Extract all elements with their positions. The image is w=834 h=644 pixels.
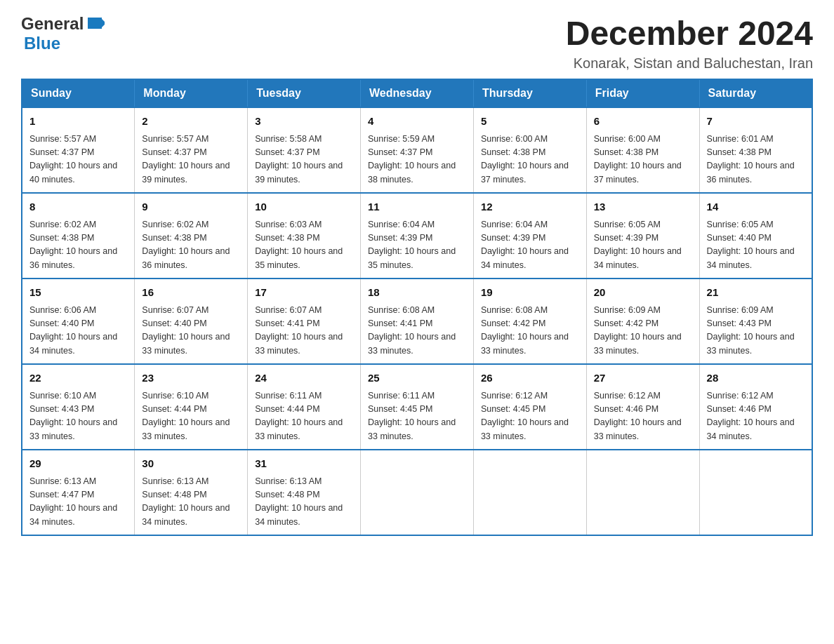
calendar-cell: 3Sunrise: 5:58 AMSunset: 4:37 PMDaylight… [248,107,361,193]
day-info: Sunrise: 6:10 AMSunset: 4:43 PMDaylight:… [29,389,127,444]
day-info: Sunrise: 6:00 AMSunset: 4:38 PMDaylight:… [594,133,692,187]
calendar-cell [361,450,474,535]
day-number: 23 [142,370,240,387]
calendar-cell: 2Sunrise: 5:57 AMSunset: 4:37 PMDaylight… [135,107,248,193]
calendar-cell: 11Sunrise: 6:04 AMSunset: 4:39 PMDayligh… [361,193,474,279]
calendar-week-2: 8Sunrise: 6:02 AMSunset: 4:38 PMDaylight… [22,193,812,279]
day-of-week-tuesday: Tuesday [248,79,361,107]
calendar-cell [473,450,586,535]
day-info: Sunrise: 6:10 AMSunset: 4:44 PMDaylight:… [142,389,240,444]
day-number: 30 [142,456,240,472]
calendar-cell: 20Sunrise: 6:09 AMSunset: 4:42 PMDayligh… [586,279,699,364]
calendar-body: 1Sunrise: 5:57 AMSunset: 4:37 PMDaylight… [22,107,812,535]
header: General Blue December 2024 Konarak, Sist… [21,14,813,72]
calendar-cell: 26Sunrise: 6:12 AMSunset: 4:45 PMDayligh… [473,364,586,450]
day-number: 18 [368,285,466,301]
logo-blue-text: Blue [24,34,60,53]
day-of-week-saturday: Saturday [699,79,812,107]
day-number: 6 [594,114,692,130]
calendar-cell: 10Sunrise: 6:03 AMSunset: 4:38 PMDayligh… [248,193,361,279]
logo-general-text: General [21,14,84,34]
day-info: Sunrise: 6:00 AMSunset: 4:38 PMDaylight:… [481,133,579,187]
day-info: Sunrise: 6:12 AMSunset: 4:45 PMDaylight:… [481,389,579,444]
day-info: Sunrise: 5:59 AMSunset: 4:37 PMDaylight:… [368,133,466,187]
calendar-cell [586,450,699,535]
calendar-cell: 21Sunrise: 6:09 AMSunset: 4:43 PMDayligh… [699,279,812,364]
day-number: 21 [707,285,805,301]
day-of-week-thursday: Thursday [473,79,586,107]
day-number: 25 [368,370,466,387]
calendar-week-1: 1Sunrise: 5:57 AMSunset: 4:37 PMDaylight… [22,107,812,193]
day-number: 14 [707,199,805,215]
day-info: Sunrise: 6:08 AMSunset: 4:41 PMDaylight:… [368,304,466,358]
calendar-table: SundayMondayTuesdayWednesdayThursdayFrid… [21,79,813,536]
days-of-week-row: SundayMondayTuesdayWednesdayThursdayFrid… [22,79,812,107]
day-info: Sunrise: 6:09 AMSunset: 4:43 PMDaylight:… [707,304,805,358]
day-of-week-friday: Friday [586,79,699,107]
day-of-week-monday: Monday [135,79,248,107]
day-info: Sunrise: 6:04 AMSunset: 4:39 PMDaylight:… [481,218,579,273]
calendar-cell: 4Sunrise: 5:59 AMSunset: 4:37 PMDaylight… [361,107,474,193]
day-info: Sunrise: 6:11 AMSunset: 4:45 PMDaylight:… [368,389,466,444]
day-info: Sunrise: 6:04 AMSunset: 4:39 PMDaylight:… [368,218,466,273]
calendar-cell: 13Sunrise: 6:05 AMSunset: 4:39 PMDayligh… [586,193,699,279]
day-number: 8 [29,199,127,215]
day-info: Sunrise: 6:03 AMSunset: 4:38 PMDaylight:… [255,218,353,273]
calendar-cell: 29Sunrise: 6:13 AMSunset: 4:47 PMDayligh… [22,450,135,535]
calendar-cell: 15Sunrise: 6:06 AMSunset: 4:40 PMDayligh… [22,279,135,364]
day-number: 7 [707,114,805,130]
day-number: 17 [255,285,353,301]
calendar-cell: 9Sunrise: 6:02 AMSunset: 4:38 PMDaylight… [135,193,248,279]
day-info: Sunrise: 6:12 AMSunset: 4:46 PMDaylight:… [594,389,692,444]
calendar-week-4: 22Sunrise: 6:10 AMSunset: 4:43 PMDayligh… [22,364,812,450]
day-info: Sunrise: 6:07 AMSunset: 4:40 PMDaylight:… [142,304,240,358]
day-info: Sunrise: 5:58 AMSunset: 4:37 PMDaylight:… [255,133,353,187]
day-number: 1 [29,114,127,130]
calendar-cell: 1Sunrise: 5:57 AMSunset: 4:37 PMDaylight… [22,107,135,193]
day-info: Sunrise: 6:05 AMSunset: 4:40 PMDaylight:… [707,218,805,273]
day-info: Sunrise: 5:57 AMSunset: 4:37 PMDaylight:… [142,133,240,187]
calendar-cell: 5Sunrise: 6:00 AMSunset: 4:38 PMDaylight… [473,107,586,193]
day-number: 31 [255,456,353,472]
calendar-cell: 14Sunrise: 6:05 AMSunset: 4:40 PMDayligh… [699,193,812,279]
day-info: Sunrise: 6:07 AMSunset: 4:41 PMDaylight:… [255,304,353,358]
day-info: Sunrise: 6:13 AMSunset: 4:47 PMDaylight:… [29,475,127,530]
calendar-cell: 23Sunrise: 6:10 AMSunset: 4:44 PMDayligh… [135,364,248,450]
day-info: Sunrise: 6:13 AMSunset: 4:48 PMDaylight:… [255,475,353,530]
main-title: December 2024 [566,14,813,53]
calendar-week-3: 15Sunrise: 6:06 AMSunset: 4:40 PMDayligh… [22,279,812,364]
day-info: Sunrise: 6:01 AMSunset: 4:38 PMDaylight:… [707,133,805,187]
logo-triangle-icon [85,13,105,33]
day-number: 15 [29,285,127,301]
calendar-cell: 6Sunrise: 6:00 AMSunset: 4:38 PMDaylight… [586,107,699,193]
day-number: 20 [594,285,692,301]
day-of-week-sunday: Sunday [22,79,135,107]
calendar-cell: 19Sunrise: 6:08 AMSunset: 4:42 PMDayligh… [473,279,586,364]
day-info: Sunrise: 6:08 AMSunset: 4:42 PMDaylight:… [481,304,579,358]
calendar-cell: 12Sunrise: 6:04 AMSunset: 4:39 PMDayligh… [473,193,586,279]
day-info: Sunrise: 6:02 AMSunset: 4:38 PMDaylight:… [142,218,240,273]
day-number: 27 [594,370,692,387]
logo: General Blue [21,14,105,53]
day-number: 2 [142,114,240,130]
calendar-cell: 27Sunrise: 6:12 AMSunset: 4:46 PMDayligh… [586,364,699,450]
day-info: Sunrise: 6:06 AMSunset: 4:40 PMDaylight:… [29,304,127,358]
svg-marker-2 [100,18,105,29]
calendar-header: SundayMondayTuesdayWednesdayThursdayFrid… [22,79,812,107]
calendar-cell [699,450,812,535]
calendar-cell: 25Sunrise: 6:11 AMSunset: 4:45 PMDayligh… [361,364,474,450]
day-info: Sunrise: 6:05 AMSunset: 4:39 PMDaylight:… [594,218,692,273]
day-info: Sunrise: 5:57 AMSunset: 4:37 PMDaylight:… [29,133,127,187]
day-number: 16 [142,285,240,301]
day-number: 11 [368,199,466,215]
day-number: 4 [368,114,466,130]
calendar-cell: 30Sunrise: 6:13 AMSunset: 4:48 PMDayligh… [135,450,248,535]
day-info: Sunrise: 6:09 AMSunset: 4:42 PMDaylight:… [594,304,692,358]
day-number: 5 [481,114,579,130]
day-number: 12 [481,199,579,215]
calendar-cell: 18Sunrise: 6:08 AMSunset: 4:41 PMDayligh… [361,279,474,364]
day-number: 22 [29,370,127,387]
day-number: 28 [707,370,805,387]
calendar-week-5: 29Sunrise: 6:13 AMSunset: 4:47 PMDayligh… [22,450,812,535]
calendar-cell: 28Sunrise: 6:12 AMSunset: 4:46 PMDayligh… [699,364,812,450]
